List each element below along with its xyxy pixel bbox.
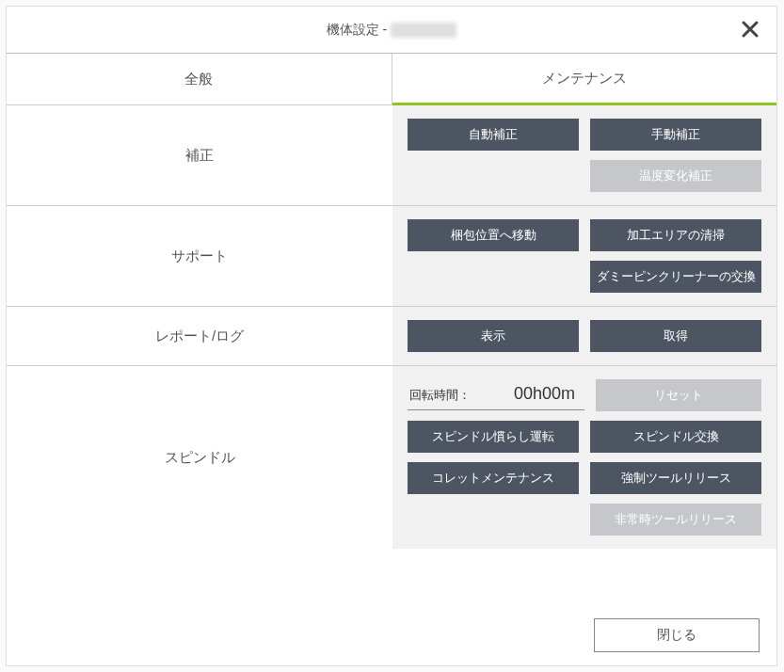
dialog-footer: 閉じる <box>7 605 776 665</box>
spindle-break-in-button[interactable]: スピンドル慣らし運転 <box>408 421 579 453</box>
section-spindle-body: 回転時間： 00h00m リセット スピンドル慣らし運転 スピンドル交換 コレッ… <box>392 366 776 549</box>
section-correction-body: 自動補正 手動補正 温度変化補正 <box>392 105 776 205</box>
clean-machining-area-button[interactable]: 加工エリアの清掃 <box>590 219 761 251</box>
emergency-tool-release-button: 非常時ツールリリース <box>590 504 761 536</box>
tab-bar: 全般 メンテナンス <box>7 54 776 105</box>
section-support-body: 梱包位置へ移動 加工エリアの清掃 ダミーピンクリーナーの交換 <box>392 206 776 306</box>
auto-correction-button[interactable]: 自動補正 <box>408 119 579 151</box>
titlebar: 機体設定 - <box>7 7 776 54</box>
close-button[interactable]: 閉じる <box>594 618 760 652</box>
dummy-pin-cleaner-button[interactable]: ダミーピンクリーナーの交換 <box>590 261 761 293</box>
section-support: サポート 梱包位置へ移動 加工エリアの清掃 ダミーピンクリーナーの交換 <box>7 206 776 307</box>
spindle-time-value: 00h00m <box>514 384 575 404</box>
section-spindle: スピンドル 回転時間： 00h00m リセット スピンドル慣らし運転 スピンドル… <box>7 366 776 549</box>
dialog-title-redacted <box>391 23 456 38</box>
section-correction: 補正 自動補正 手動補正 温度変化補正 <box>7 105 776 206</box>
section-support-label: サポート <box>7 206 392 306</box>
manual-correction-button[interactable]: 手動補正 <box>590 119 761 151</box>
temperature-correction-button: 温度変化補正 <box>590 160 761 192</box>
spindle-replace-button[interactable]: スピンドル交換 <box>590 421 761 453</box>
section-spindle-label: スピンドル <box>7 366 392 549</box>
spindle-reset-button: リセット <box>596 379 761 411</box>
spindle-time-display: 回転時間： 00h00m <box>408 380 584 410</box>
dialog-title-prefix: 機体設定 - <box>327 22 388 39</box>
section-report: レポート/ログ 表示 取得 <box>7 307 776 366</box>
section-report-body: 表示 取得 <box>392 307 776 365</box>
close-icon[interactable] <box>737 16 763 42</box>
section-correction-label: 補正 <box>7 105 392 205</box>
maintenance-content: 補正 自動補正 手動補正 温度変化補正 サポート 梱包位置へ移動 加工エリアの清… <box>7 105 776 605</box>
tab-maintenance[interactable]: メンテナンス <box>392 54 777 105</box>
spindle-time-label: 回転時間： <box>409 387 471 404</box>
report-get-button[interactable]: 取得 <box>590 320 761 352</box>
force-tool-release-button[interactable]: 強制ツールリリース <box>590 462 761 494</box>
collet-maintenance-button[interactable]: コレットメンテナンス <box>408 462 579 494</box>
section-report-label: レポート/ログ <box>7 307 392 365</box>
move-to-pack-position-button[interactable]: 梱包位置へ移動 <box>408 219 579 251</box>
tab-general[interactable]: 全般 <box>7 54 392 105</box>
settings-dialog: 機体設定 - 全般 メンテナンス 補正 自動補正 手動補正 温度変化補正 <box>6 6 777 666</box>
report-show-button[interactable]: 表示 <box>408 320 579 352</box>
